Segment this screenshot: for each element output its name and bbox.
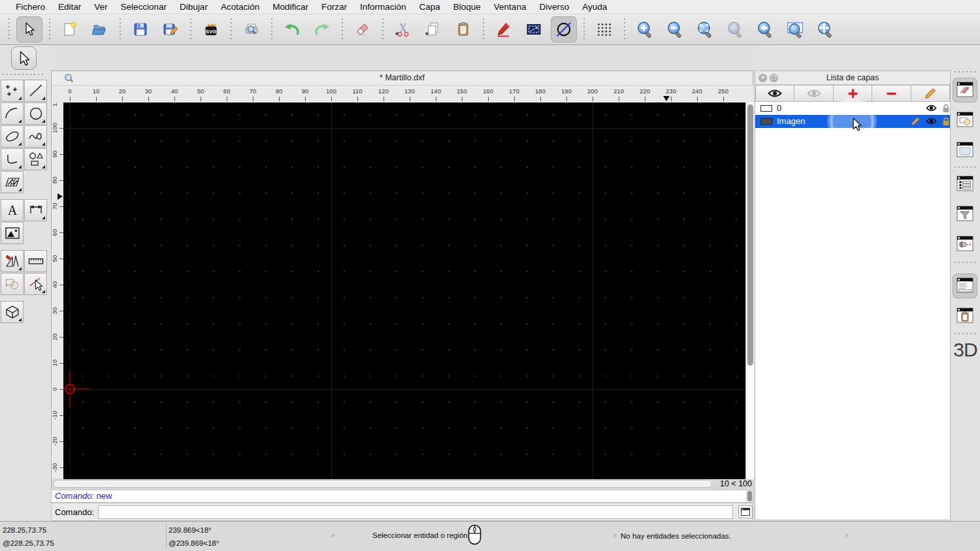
grid-toggle-button[interactable]: [591, 16, 617, 42]
copy-button[interactable]: [420, 16, 446, 42]
circle-slash-button[interactable]: [551, 16, 577, 42]
svg-export-button[interactable]: SVG: [198, 16, 224, 42]
menu-item-forzar[interactable]: Forzar: [315, 2, 353, 12]
panel-command-line-button[interactable]: [953, 274, 977, 298]
zoom-back-button[interactable]: [752, 16, 778, 42]
print-preview-button[interactable]: [238, 16, 265, 42]
tool-line[interactable]: [24, 80, 47, 102]
menu-item-editar[interactable]: Editar: [52, 2, 88, 12]
menu-item-ventana[interactable]: Ventana: [487, 2, 533, 12]
tool-ellipse[interactable]: [1, 125, 24, 148]
main-toolbar: SVG: [0, 14, 980, 45]
menu-item-ver[interactable]: Ver: [88, 2, 114, 12]
menu-item-información[interactable]: Información: [353, 2, 413, 12]
remove-layer-button[interactable]: [872, 85, 911, 102]
panel-selection-filter-button[interactable]: [953, 202, 977, 227]
add-layer-button[interactable]: [833, 85, 872, 102]
pen-edit-button[interactable]: [491, 16, 517, 42]
tool-dimension[interactable]: [24, 199, 47, 221]
menu-item-diverso[interactable]: Diverso: [532, 2, 576, 12]
tool-3d-box[interactable]: [1, 301, 24, 323]
horizontal-scrollbar-thumb[interactable]: [53, 480, 712, 488]
tool-image[interactable]: [1, 222, 24, 244]
layer-visibility-eye-icon[interactable]: [926, 104, 937, 112]
horizontal-ruler: 0102030405060708090100110120130140150160…: [63, 86, 745, 102]
menu-item-capa[interactable]: Capa: [413, 2, 447, 12]
menu-item-ayuda[interactable]: Ayuda: [576, 2, 613, 12]
redo-button[interactable]: [309, 16, 335, 42]
panel-3d-label[interactable]: 3D: [951, 339, 980, 361]
zoom-previous-button[interactable]: [722, 16, 748, 42]
open-file-button[interactable]: [87, 16, 113, 42]
select-tool-button[interactable]: [16, 16, 42, 42]
cut-button[interactable]: [390, 16, 416, 42]
tool-info[interactable]: [1, 273, 24, 295]
laser-window-icon: [956, 235, 974, 253]
palette-handle[interactable]: [3, 74, 46, 75]
panel-block-list-button[interactable]: [953, 108, 977, 133]
layer-edit-pencil-icon[interactable]: [911, 117, 920, 126]
command-history-scrollbar[interactable]: [746, 490, 753, 502]
menu-item-acotación[interactable]: Acotación: [214, 2, 266, 12]
panel-property-list-button[interactable]: [953, 172, 977, 197]
tool-polygon[interactable]: [24, 148, 47, 170]
tool-measure[interactable]: [24, 250, 47, 272]
save-as-button[interactable]: [157, 16, 184, 42]
vertical-scrollbar-thumb[interactable]: [747, 104, 753, 366]
selection-rectangle-button[interactable]: [521, 16, 547, 42]
menu-item-modificar[interactable]: Modificar: [266, 2, 315, 12]
show-all-layers-button[interactable]: [755, 85, 794, 102]
ruler-tick: [540, 97, 541, 101]
panel-library-browser-button[interactable]: [953, 138, 977, 163]
ruler-label: 210: [606, 87, 632, 95]
zoom-window-button[interactable]: [782, 16, 808, 42]
menu-item-dibujar[interactable]: Dibujar: [173, 2, 214, 12]
paste-button[interactable]: [450, 16, 476, 42]
menu-item-bloque[interactable]: Bloque: [447, 2, 487, 12]
zoom-pan-button[interactable]: [812, 16, 838, 42]
save-button[interactable]: [127, 16, 154, 42]
copy-icon: [425, 21, 442, 38]
tool-circle[interactable]: [24, 102, 47, 125]
dock-handle[interactable]: [955, 71, 976, 72]
zoom-out-button[interactable]: [662, 16, 688, 42]
ruler-label: 100: [318, 87, 344, 95]
layer-row-0[interactable]: 0: [755, 102, 950, 115]
zoom-auto-button[interactable]: [692, 16, 718, 42]
tool-deselect[interactable]: [24, 273, 47, 295]
hide-all-layers-button[interactable]: [794, 85, 833, 102]
command-history-scrollbar-thumb[interactable]: [747, 491, 752, 501]
tool-text[interactable]: A: [1, 199, 24, 221]
toolbar-handle[interactable]: [8, 18, 10, 40]
document-titlebar[interactable]: * Martillo.dxf: [52, 71, 753, 86]
tool-spline[interactable]: [24, 125, 47, 148]
undo-button[interactable]: [279, 16, 305, 42]
command-input[interactable]: [98, 505, 733, 519]
layer-visibility-eye-icon[interactable]: [926, 117, 937, 125]
edit-layer-button[interactable]: [911, 85, 950, 102]
new-file-button[interactable]: [57, 16, 83, 42]
tool-hatch[interactable]: [1, 171, 24, 193]
tool-points[interactable]: [1, 80, 24, 102]
panel-layer-list-button[interactable]: [953, 78, 977, 102]
layer-list-window-icon: [956, 81, 974, 99]
tool-arc[interactable]: [1, 102, 24, 125]
delete-button[interactable]: [350, 16, 376, 42]
horizontal-scrollbar[interactable]: [52, 479, 715, 489]
menu-item-fichero[interactable]: Fichero: [9, 2, 52, 12]
layer-panel-titlebar[interactable]: ✕ ❐ Lista de capas: [755, 71, 950, 85]
tool-modify[interactable]: [1, 250, 24, 272]
menu-item-seleccionar[interactable]: Seleccionar: [114, 2, 174, 12]
zoom-in-button[interactable]: [632, 16, 658, 42]
layer-lock-icon[interactable]: [942, 117, 950, 126]
drawing-canvas[interactable]: [63, 102, 745, 479]
command-window-button[interactable]: [738, 505, 753, 518]
panel-clipboard-button[interactable]: [953, 304, 977, 328]
layer-lock-icon[interactable]: [942, 104, 950, 113]
ruler-tick: [645, 97, 645, 101]
tool-options-select-button[interactable]: [11, 46, 37, 70]
vertical-scrollbar[interactable]: [745, 102, 754, 479]
panel-laser-button[interactable]: [953, 232, 977, 257]
tool-polyline[interactable]: [1, 148, 24, 170]
ruler-tick: [253, 97, 253, 101]
